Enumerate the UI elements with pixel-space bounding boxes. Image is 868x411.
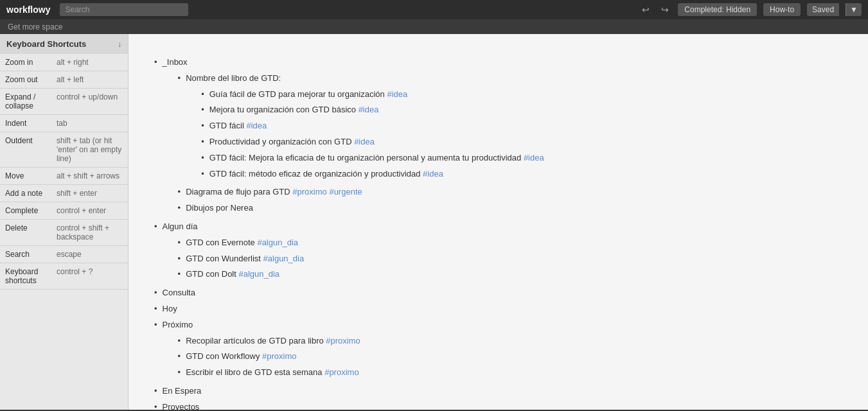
dropdown-button[interactable]: ▼ xyxy=(846,3,862,16)
outline-root: _InboxNombre del libro de GTD:Guía fácil… xyxy=(154,56,842,410)
shortcuts-rows: Zoom inalt + rightZoom outalt + leftExpa… xyxy=(0,54,128,290)
outline-list: GTD con Evernote #algun_diaGTD con Wunde… xyxy=(163,236,842,281)
item-text: Recopilar artículos de GTD para libro xyxy=(186,336,326,345)
app-logo: workflowy xyxy=(6,4,50,15)
tag-link[interactable]: #urgente xyxy=(329,187,362,197)
list-item: GTD con Workflowy #proximo xyxy=(178,350,842,363)
item-text: Escribir el libro de GTD esta semana xyxy=(186,367,324,377)
tag-link[interactable]: #proximo xyxy=(292,187,326,197)
item-text: GTD con Wunderlist xyxy=(186,254,263,263)
list-item: Productividad y organización con GTD #id… xyxy=(201,136,842,149)
shortcut-row: Zoom inalt + right xyxy=(0,54,128,71)
shortcut-key-label: shift + enter xyxy=(51,185,128,202)
howto-button[interactable]: How-to xyxy=(763,3,801,16)
shortcut-row: Keyboard shortcutscontrol + ? xyxy=(0,263,128,290)
shortcut-row: Add a noteshift + enter xyxy=(0,185,128,202)
item-text: Hoy xyxy=(163,304,177,313)
shortcut-row: Deletecontrol + shift + backspace xyxy=(0,220,128,246)
item-text: GTD fácil: Mejora la eficacia de tu orga… xyxy=(209,153,524,162)
list-item: Dibujos por Nerea xyxy=(178,202,842,215)
shortcut-key-label: escape xyxy=(51,246,128,263)
main-layout: Keyboard Shortcuts ↓ Zoom inalt + rightZ… xyxy=(0,34,868,410)
shortcut-row: Expand / collapsecontrol + up/down xyxy=(0,89,128,115)
shortcuts-collapse-icon[interactable]: ↓ xyxy=(118,40,121,49)
list-item: GTD fácil: método eficaz de organización… xyxy=(201,168,842,181)
header: workflowy ↩ ↪ Completed: Hidden How-to S… xyxy=(0,0,868,19)
list-item: Algun díaGTD con Evernote #algun_diaGTD … xyxy=(154,220,842,284)
list-item: Proyectos xyxy=(154,401,842,410)
tag-link[interactable]: #idea xyxy=(246,121,267,130)
saved-button[interactable]: Saved xyxy=(807,3,839,16)
shortcut-key-label: alt + left xyxy=(51,71,128,88)
content-area: _InboxNombre del libro de GTD:Guía fácil… xyxy=(128,34,868,410)
list-item: Recopilar artículos de GTD para libro #p… xyxy=(178,335,842,348)
shortcut-action-label: Indent xyxy=(0,115,51,132)
tag-link[interactable]: #proximo xyxy=(324,367,359,377)
tag-link[interactable]: #proximo xyxy=(326,336,360,345)
outline-list: Guía fácil de GTD para mejorar tu organi… xyxy=(186,88,842,181)
item-text: GTD fácil xyxy=(209,121,247,130)
tag-link[interactable]: #idea xyxy=(359,105,379,114)
completed-button[interactable]: Completed: Hidden xyxy=(678,3,757,16)
shortcut-key-label: alt + shift + arrows xyxy=(51,168,128,184)
shortcut-action-label: Delete xyxy=(0,220,51,245)
shortcut-action-label: Search xyxy=(0,246,51,263)
shortcut-key-label: control + shift + backspace xyxy=(51,220,128,245)
outline-list: Recopilar artículos de GTD para libro #p… xyxy=(163,335,842,380)
get-more-space-link[interactable]: Get more space xyxy=(8,22,62,31)
list-item: GTD fácil #idea xyxy=(201,119,842,133)
tag-link[interactable]: #algun_dia xyxy=(263,254,305,263)
tag-link[interactable]: #idea xyxy=(423,169,443,179)
tag-link[interactable]: #algun_dia xyxy=(238,269,279,279)
list-item: Hoy xyxy=(154,302,842,316)
item-text: Mejora tu organización con GTD básico xyxy=(209,105,359,114)
shortcut-row: Searchescape xyxy=(0,246,128,263)
shortcut-action-label: Move xyxy=(0,168,51,184)
shortcut-action-label: Outdent xyxy=(0,132,51,167)
shortcut-row: Indenttab xyxy=(0,115,128,132)
item-text: Productividad y organización con GTD xyxy=(209,137,354,146)
item-text: GTD con Workflowy xyxy=(186,351,262,361)
item-text: _Inbox xyxy=(163,57,188,67)
item-text: GTD con Dolt xyxy=(186,269,238,279)
shortcut-key-label: control + ? xyxy=(51,263,128,289)
list-item: GTD con Dolt #algun_dia xyxy=(178,268,842,281)
shortcut-key-label: control + enter xyxy=(51,202,128,219)
undo-button[interactable]: ↩ xyxy=(639,3,652,16)
shortcut-key-label: shift + tab (or hit 'enter' on an empty … xyxy=(51,132,128,167)
tag-link[interactable]: #idea xyxy=(524,153,544,162)
shortcut-row: Outdentshift + tab (or hit 'enter' on an… xyxy=(0,132,128,168)
list-item: GTD con Evernote #algun_dia xyxy=(178,236,842,250)
item-text: Diagrama de flujo para GTD xyxy=(186,187,292,197)
list-item: Consulta xyxy=(154,286,842,300)
list-item: Escribir el libro de GTD esta semana #pr… xyxy=(178,366,842,380)
item-text: Consulta xyxy=(163,288,195,297)
list-item: Diagrama de flujo para GTD #proximo #urg… xyxy=(178,186,842,199)
item-text: GTD con Evernote xyxy=(186,238,257,247)
list-item: Guía fácil de GTD para mejorar tu organi… xyxy=(201,88,842,101)
search-input[interactable] xyxy=(60,3,188,16)
shortcut-row: Movealt + shift + arrows xyxy=(0,168,128,185)
tag-link[interactable]: #idea xyxy=(387,89,407,99)
tag-link[interactable]: #proximo xyxy=(262,351,296,361)
redo-button[interactable]: ↪ xyxy=(659,3,671,16)
shortcuts-title: Keyboard Shortcuts xyxy=(6,39,86,49)
subheader: Get more space xyxy=(0,19,868,34)
shortcut-action-label: Add a note xyxy=(0,185,51,202)
item-text: Guía fácil de GTD para mejorar tu organi… xyxy=(209,89,387,99)
item-text: Próximo xyxy=(163,320,193,329)
tag-link[interactable]: #idea xyxy=(354,137,375,146)
list-item: GTD fácil: Mejora la eficacia de tu orga… xyxy=(201,152,842,165)
list-item: Mejora tu organización con GTD básico #i… xyxy=(201,103,842,117)
outline-list: Nombre del libro de GTD:Guía fácil de GT… xyxy=(163,72,842,215)
item-text: GTD fácil: método eficaz de organización… xyxy=(209,169,423,179)
list-item: PróximoRecopilar artículos de GTD para l… xyxy=(154,319,842,382)
shortcut-action-label: Complete xyxy=(0,202,51,219)
shortcut-key-label: tab xyxy=(51,115,128,132)
list-item: GTD con Wunderlist #algun_dia xyxy=(178,252,842,266)
shortcut-action-label: Expand / collapse xyxy=(0,89,51,114)
list-item: En Espera xyxy=(154,385,842,398)
tag-link[interactable]: #algun_dia xyxy=(257,238,298,247)
shortcut-key-label: alt + right xyxy=(51,54,128,71)
list-item: _InboxNombre del libro de GTD:Guía fácil… xyxy=(154,56,842,218)
